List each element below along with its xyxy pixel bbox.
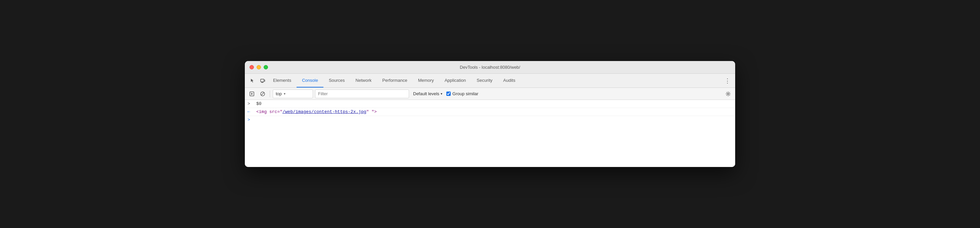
- console-area: > $0 ← <img src="/web/images/content-htt…: [245, 100, 735, 167]
- context-arrow: ▾: [284, 92, 285, 95]
- context-label: top: [276, 91, 282, 96]
- console-toolbar: top ▾ Default levels ▾ Group similar: [245, 88, 735, 100]
- console-line-1: > $0: [245, 100, 735, 108]
- console-output-2: <img src="/web/images/content-https-2x.j…: [256, 109, 732, 114]
- svg-rect-1: [264, 80, 265, 81]
- tab-list: Elements Console Sources Network Perform…: [268, 74, 520, 87]
- toolbar-divider-1: [270, 90, 270, 97]
- titlebar: DevTools - localhost:8080/web/: [245, 61, 735, 74]
- levels-arrow: ▾: [441, 92, 442, 95]
- run-icon: [250, 92, 254, 96]
- group-similar-checkbox[interactable]: [446, 92, 451, 96]
- filter-input[interactable]: [315, 90, 409, 98]
- console-output-1: $0: [256, 101, 732, 106]
- tab-audits[interactable]: Audits: [498, 74, 520, 87]
- console-prompt-1: >: [248, 101, 254, 106]
- devtools-tabs-bar: Elements Console Sources Network Perform…: [245, 74, 735, 88]
- tag-open: <img src=": [256, 109, 282, 114]
- clear-console-button[interactable]: [258, 90, 267, 98]
- tab-performance[interactable]: Performance: [377, 74, 412, 87]
- minimize-button[interactable]: [256, 65, 261, 70]
- tab-console[interactable]: Console: [297, 74, 323, 87]
- console-img-link[interactable]: /web/images/content-https-2x.jpg: [282, 109, 366, 114]
- group-similar-label: Group similar: [452, 91, 478, 96]
- close-button[interactable]: [250, 65, 254, 70]
- gear-icon: [725, 91, 731, 97]
- tag-close: " ">: [366, 109, 377, 114]
- console-line-2: ← <img src="/web/images/content-https-2x…: [245, 108, 735, 116]
- devtools-window: DevTools - localhost:8080/web/ Elements …: [245, 61, 735, 167]
- cursor-icon-button[interactable]: [248, 76, 258, 86]
- window-title: DevTools - localhost:8080/web/: [460, 65, 520, 70]
- tab-security[interactable]: Security: [471, 74, 498, 87]
- device-icon: [260, 78, 265, 84]
- console-input-prompt: >: [248, 117, 254, 122]
- svg-marker-6: [251, 93, 253, 95]
- svg-rect-0: [261, 79, 264, 82]
- console-settings-button[interactable]: [724, 90, 732, 98]
- tab-network[interactable]: Network: [350, 74, 377, 87]
- console-prompt-2: ←: [248, 109, 254, 114]
- tab-application[interactable]: Application: [439, 74, 471, 87]
- log-levels-button[interactable]: Default levels ▾: [411, 90, 444, 98]
- traffic-lights: [250, 65, 268, 70]
- more-tabs-button[interactable]: ⋮: [722, 76, 732, 86]
- context-selector[interactable]: top ▾: [273, 90, 313, 98]
- levels-label: Default levels: [413, 91, 439, 96]
- maximize-button[interactable]: [264, 65, 268, 70]
- cursor-icon: [250, 78, 255, 84]
- svg-line-8: [261, 92, 264, 95]
- run-script-button[interactable]: [248, 90, 256, 98]
- svg-point-9: [727, 93, 729, 95]
- console-input-line[interactable]: >: [245, 116, 735, 124]
- device-toolbar-button[interactable]: [258, 76, 268, 86]
- group-similar-checkbox-label[interactable]: Group similar: [446, 91, 478, 96]
- tab-memory[interactable]: Memory: [413, 74, 439, 87]
- tab-sources[interactable]: Sources: [323, 74, 350, 87]
- clear-icon: [260, 92, 265, 96]
- tab-elements[interactable]: Elements: [268, 74, 297, 87]
